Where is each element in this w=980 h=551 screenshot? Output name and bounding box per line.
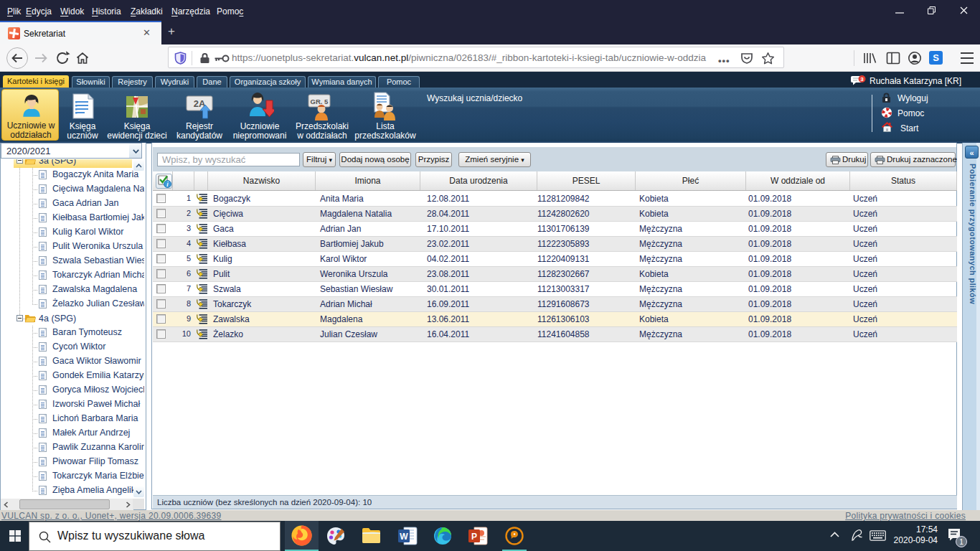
svg-text:3: 3 (860, 76, 864, 83)
svg-text:GR. 5: GR. 5 (311, 98, 329, 105)
svg-text:W: W (400, 532, 408, 542)
svg-text:P: P (471, 532, 477, 542)
